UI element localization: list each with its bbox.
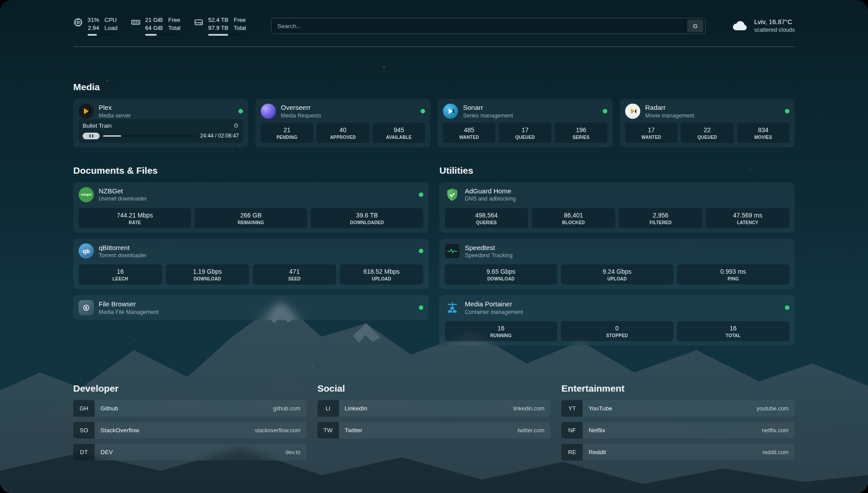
search-provider-button[interactable]: G [687, 20, 703, 32]
service-link-sonarr[interactable]: Sonarr Series management [443, 103, 607, 119]
bookmark-url: dev.to [286, 444, 307, 460]
bookmark-netflix[interactable]: NF Netflix netflix.com [561, 422, 795, 439]
section-media: Media Plex Media server Bullet Tra [73, 82, 795, 147]
stat-queries: 498,564 QUERIES [445, 208, 528, 228]
bookmark-name: Twitter [339, 422, 518, 439]
stat-available: 945 AVAILABLE [373, 123, 425, 143]
bookmark-abbr: LI [317, 400, 339, 417]
service-subtitle: Series management [463, 112, 513, 119]
status-dot [603, 109, 607, 113]
service-link-portainer[interactable]: Media Portainer Container management [445, 300, 789, 316]
stat-approved: 40 APPROVED [317, 123, 369, 143]
service-card-filebrowser: File Browser Media File Management [73, 295, 429, 320]
dashboard-content: 31% 2.94 CPU Load [0, 0, 868, 493]
bookmark-github[interactable]: GH Github github.com [73, 400, 307, 417]
topbar-divider [73, 46, 795, 47]
service-link-adguard[interactable]: AdGuard Home DNS and adblocking [445, 187, 789, 203]
disk-total-value: 97.9 TB [208, 24, 228, 32]
service-subtitle: DNS and adblocking [465, 195, 516, 202]
bookmark-youtube[interactable]: YT YouTube youtube.com [561, 400, 795, 417]
bookmark-reddit[interactable]: RE Reddit reddit.com [561, 444, 795, 460]
service-name: Media Portainer [465, 300, 523, 309]
service-link-speedtest[interactable]: Speedtest Speedtest Tracking [445, 243, 789, 259]
service-link-overseerr[interactable]: Overseerr Media Requests [261, 103, 425, 119]
service-name: AdGuard Home [465, 187, 516, 196]
gear-icon[interactable]: ⚙ [233, 122, 239, 129]
bookmark-linkedin[interactable]: LI LinkedIn linkedin.com [317, 400, 551, 417]
stat-stopped: 0 STOPPED [561, 321, 673, 341]
filebrowser-icon [79, 300, 94, 315]
cpu-icon [73, 17, 83, 27]
service-name: Speedtest [465, 243, 513, 252]
cpu-usage-bar [88, 34, 117, 36]
service-card-overseerr: Overseerr Media Requests 21 PENDING 40 A… [255, 99, 430, 147]
service-link-plex[interactable]: Plex Media server [79, 103, 243, 119]
playback-progress-track[interactable] [103, 135, 196, 137]
bookmark-name: LinkedIn [339, 400, 513, 417]
bookmark-stackoverflow[interactable]: SO StackOverflow stackoverflow.com [73, 422, 307, 439]
playback-time: 24:44 / 02:06:47 [200, 133, 239, 139]
bookmark-twitter[interactable]: TW Twitter twitter.com [317, 422, 551, 439]
memory-total-value: 64 GiB [145, 24, 163, 32]
service-card-plex: Plex Media server Bullet Train ⚙ [73, 99, 248, 147]
bookmark-abbr: TW [317, 422, 339, 439]
portainer-crane-icon [445, 300, 460, 315]
stat-queued: 22 QUEUED [681, 123, 733, 143]
cpu-usage-label: CPU [104, 16, 117, 24]
cpu-load-value: 2.94 [88, 24, 99, 32]
bookmark-url: twitter.com [518, 422, 551, 439]
stat-series: 196 SERIES [555, 123, 607, 143]
service-link-nzbget[interactable]: nzbget NZBGet Usenet downloader [79, 187, 423, 203]
pause-button[interactable] [83, 133, 100, 139]
qbittorrent-icon: qb [79, 243, 94, 259]
stat-movies: 834 MOVIES [737, 123, 789, 143]
stat-leech: 16 LEECH [79, 264, 162, 284]
service-subtitle: Media server [99, 112, 131, 119]
cpu-widget: 31% 2.94 CPU Load [73, 16, 117, 36]
status-dot [419, 249, 423, 253]
bookmark-abbr: GH [73, 400, 95, 417]
search-input[interactable] [277, 23, 687, 29]
stat-ping: 0.993 ms PING [677, 264, 789, 284]
service-subtitle: Usenet downloader [99, 195, 147, 202]
bookmark-abbr: RE [561, 444, 583, 460]
weather-widget: Lviv, 16.87°C scattered clouds [730, 18, 795, 34]
memory-free-value: 21 GiB [145, 16, 163, 24]
stat-running: 16 RUNNING [445, 321, 557, 341]
service-card-qbittorrent: qb qBittorrent Torrent downloader 16 LEE… [73, 239, 429, 289]
memory-icon [131, 17, 141, 27]
service-card-nzbget: nzbget NZBGet Usenet downloader 744.21 M… [73, 182, 429, 233]
service-subtitle: Media Requests [281, 112, 321, 119]
section-title-utilities: Utilities [439, 165, 795, 176]
service-link-qbittorrent[interactable]: qb qBittorrent Torrent downloader [79, 243, 423, 259]
section-title-entertainment: Entertainment [561, 383, 795, 394]
bookmark-abbr: YT [561, 400, 583, 417]
cloud-icon [730, 18, 749, 33]
service-name: Sonarr [463, 103, 513, 112]
bookmark-name: YouTube [583, 400, 756, 417]
service-name: Radarr [645, 103, 694, 112]
radarr-icon [625, 104, 640, 119]
stat-upload: 9.24 Gbps UPLOAD [561, 264, 673, 284]
memory-usage-bar [145, 34, 180, 36]
service-link-filebrowser[interactable]: File Browser Media File Management [79, 300, 423, 316]
status-dot [421, 109, 425, 113]
stat-filtered: 2,956 FILTERED [619, 208, 702, 228]
bookmark-url: reddit.com [763, 444, 795, 460]
service-link-radarr[interactable]: Radarr Movie management [625, 103, 789, 119]
bookmark-group-developer: Developer GH Github github.com SO StackO… [73, 383, 307, 466]
status-dot [419, 192, 423, 197]
disk-icon [194, 17, 204, 27]
speedtest-pulse-icon [445, 243, 460, 259]
bookmark-url: linkedin.com [513, 400, 551, 417]
bookmark-dev[interactable]: DT DEV dev.to [73, 444, 307, 460]
overseerr-icon [261, 104, 276, 119]
service-name: NZBGet [99, 187, 147, 196]
bookmark-name: Netflix [583, 422, 762, 439]
section-title-developer: Developer [73, 383, 307, 394]
service-name: Overseerr [281, 103, 321, 112]
memory-widget: 21 GiB 64 GiB Free Total [131, 16, 180, 36]
stat-wanted: 485 WANTED [443, 123, 495, 143]
service-card-portainer: Media Portainer Container management 16 … [439, 295, 795, 346]
memory-free-label: Free [168, 16, 180, 24]
